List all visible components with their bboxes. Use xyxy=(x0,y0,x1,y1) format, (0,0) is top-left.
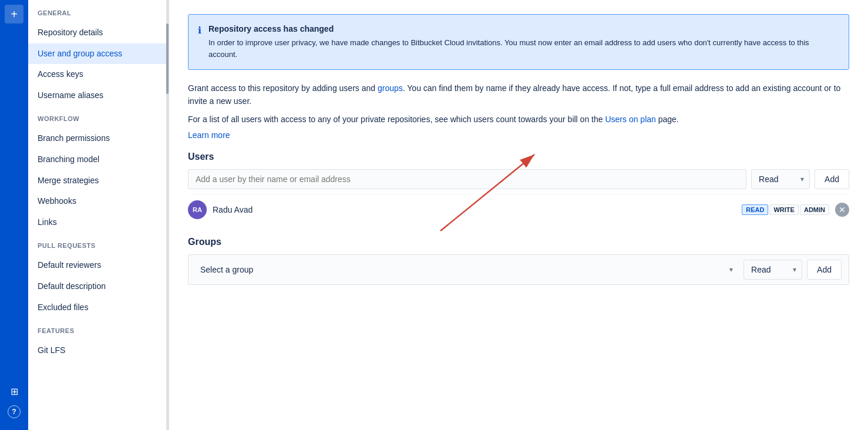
banner-content: Repository access has changed In order t… xyxy=(208,24,839,60)
main-content: ℹ Repository access has changed In order… xyxy=(169,0,868,430)
sidebar-item-excluded-files[interactable]: Excluded files xyxy=(28,297,169,318)
sidebar-item-merge-strategies[interactable]: Merge strategies xyxy=(28,170,169,192)
scrollbar[interactable] xyxy=(166,0,169,430)
help-nav-icon[interactable]: ? xyxy=(8,405,21,418)
add-group-button[interactable]: Add xyxy=(807,260,842,280)
read-badge[interactable]: READ xyxy=(742,204,768,215)
table-row: RA Radu Avad READ WRITE ADMIN ✕ xyxy=(188,194,849,225)
sidebar-item-links[interactable]: Links xyxy=(28,212,169,233)
features-section-label: FEATURES xyxy=(38,327,159,334)
add-group-row: Select a group ▾ Read Write Admin ▾ Add xyxy=(188,254,849,285)
workflow-section: WORKFLOW xyxy=(28,106,169,128)
admin-badge[interactable]: ADMIN xyxy=(800,204,829,215)
sidebar-item-default-description[interactable]: Default description xyxy=(28,276,169,297)
avatar: RA xyxy=(188,200,207,219)
description-line2: For a list of all users with access to a… xyxy=(188,113,849,126)
general-section: GENERAL xyxy=(28,0,169,22)
sidebar-item-access-keys[interactable]: Access keys xyxy=(28,64,169,85)
sidebar: GENERAL Repository details User and grou… xyxy=(28,0,169,430)
banner-title: Repository access has changed xyxy=(208,24,839,33)
pull-requests-section-label: PULL REQUESTS xyxy=(38,242,159,249)
desc-text-after-plan: page. xyxy=(656,115,679,124)
sidebar-item-repository-details[interactable]: Repository details xyxy=(28,22,169,43)
remove-user-button[interactable]: ✕ xyxy=(835,203,849,217)
group-permission-select-wrapper: Read Write Admin ▾ xyxy=(743,260,802,280)
users-heading: Users xyxy=(188,152,849,162)
add-nav-icon[interactable]: + xyxy=(5,5,23,23)
users-on-plan-link[interactable]: Users on plan xyxy=(605,115,655,124)
add-user-row: Read Write Admin ▾ Add xyxy=(188,169,849,189)
user-list: RA Radu Avad READ WRITE ADMIN ✕ xyxy=(188,194,849,225)
features-section: FEATURES xyxy=(28,318,169,340)
group-permission-select[interactable]: Read Write Admin xyxy=(743,260,802,280)
user-permission-select-wrapper: Read Write Admin ▾ xyxy=(751,169,810,189)
description-line1: Grant access to this repository by addin… xyxy=(188,82,849,108)
sidebar-item-username-aliases[interactable]: Username aliases xyxy=(28,85,169,106)
pull-requests-section: PULL REQUESTS xyxy=(28,233,169,255)
group-select-wrapper: Select a group ▾ xyxy=(196,261,739,278)
sidebar-item-git-lfs[interactable]: Git LFS xyxy=(28,340,169,361)
write-badge[interactable]: WRITE xyxy=(769,204,798,215)
desc-text-before-groups: Grant access to this repository by addin… xyxy=(188,83,378,93)
info-banner: ℹ Repository access has changed In order… xyxy=(188,14,849,70)
sidebar-item-branching-model[interactable]: Branching model xyxy=(28,149,169,170)
sidebar-item-user-group-access[interactable]: User and group access xyxy=(28,43,169,65)
sidebar-item-branch-permissions[interactable]: Branch permissions xyxy=(28,128,169,149)
sidebar-item-default-reviewers[interactable]: Default reviewers xyxy=(28,255,169,276)
learn-more-link[interactable]: Learn more xyxy=(188,130,230,140)
desc-text-before-plan: For a list of all users with access to a… xyxy=(188,115,605,124)
add-user-input[interactable] xyxy=(188,169,746,189)
groups-heading: Groups xyxy=(188,237,849,247)
general-section-label: GENERAL xyxy=(38,9,159,16)
group-select[interactable]: Select a group xyxy=(196,261,739,278)
info-icon: ℹ xyxy=(198,25,201,60)
apps-nav-icon[interactable]: ⊞ xyxy=(5,382,23,401)
groups-link[interactable]: groups xyxy=(378,83,403,93)
banner-text: In order to improve user privacy, we hav… xyxy=(208,37,839,60)
user-permission-select[interactable]: Read Write Admin xyxy=(751,169,810,189)
nav-bar: + ⊞ ? xyxy=(0,0,28,430)
workflow-section-label: WORKFLOW xyxy=(38,115,159,122)
sidebar-item-webhooks[interactable]: Webhooks xyxy=(28,191,169,212)
permission-badges: READ WRITE ADMIN xyxy=(742,204,829,215)
add-user-button[interactable]: Add xyxy=(815,169,849,189)
user-name: Radu Avad xyxy=(213,205,736,214)
